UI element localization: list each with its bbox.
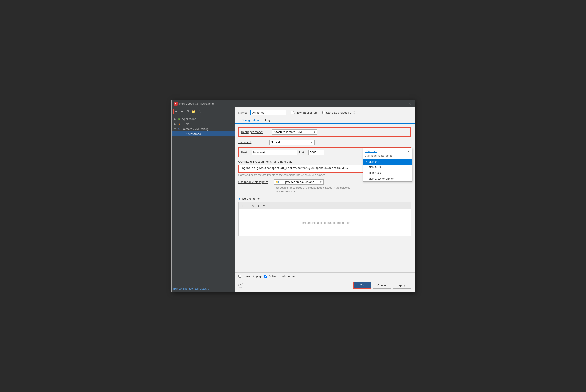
- tab-configuration[interactable]: Configuration: [238, 117, 262, 124]
- bottom-bar: Show this page Activate tool window: [235, 272, 414, 280]
- show-page-checkbox[interactable]: [238, 275, 241, 278]
- jdk-option-14[interactable]: JDK 1.4.x: [363, 170, 412, 176]
- jdk-link[interactable]: JDK 5 - 8: [365, 150, 377, 153]
- junit-icon: ◈: [178, 122, 181, 126]
- before-launch-header: ▼ Before launch: [238, 197, 411, 200]
- before-launch-down-btn[interactable]: ▼: [262, 203, 267, 208]
- tree-label-unnamed: Unnamed: [188, 132, 233, 136]
- tab-logs[interactable]: Logs: [262, 117, 275, 124]
- left-panel: + − ⧉ 📁 ⇅ ▶ ▣ Application ▶ ◈ JUnit: [172, 108, 235, 292]
- run-debug-dialog: ▶ Run/Debug Configurations ✕ + − ⧉ 📁 ⇅ ▶…: [172, 100, 415, 292]
- show-page-label[interactable]: Show this page: [243, 274, 263, 278]
- copy-config-button[interactable]: ⧉: [185, 109, 191, 114]
- name-label: Name:: [238, 111, 249, 114]
- before-launch-remove-btn[interactable]: −: [245, 203, 250, 208]
- activate-tool-label[interactable]: Activate tool window: [269, 274, 295, 278]
- debugger-mode-row: Debugger mode: Attach to remote JVM ▼: [241, 130, 408, 135]
- collapse-before-launch-icon[interactable]: ▼: [238, 197, 241, 200]
- dialog-icon: ▶: [174, 102, 178, 106]
- sort-config-button[interactable]: ⇅: [197, 109, 202, 114]
- jdk-dropdown-header: JDK 5 - 8 ▼: [363, 148, 412, 154]
- port-label: Port:: [299, 151, 307, 154]
- tree-item-junit[interactable]: ▶ ◈ JUnit: [172, 122, 235, 126]
- name-label-text: Name:: [238, 111, 247, 114]
- tree-item-application[interactable]: ▶ ▣ Application: [172, 117, 235, 122]
- store-project-label[interactable]: Store as project file: [326, 111, 351, 114]
- host-input[interactable]: [252, 150, 297, 155]
- expand-application-icon: ▶: [174, 118, 177, 120]
- activate-tool-section: Activate tool window: [264, 274, 295, 278]
- debugger-mode-section: Debugger mode: Attach to remote JVM ▼: [238, 127, 411, 137]
- show-page-section: Show this page: [238, 274, 263, 278]
- dialog-title: Run/Debug Configurations: [179, 102, 214, 105]
- edit-templates-link[interactable]: Edit configuration templates...: [174, 287, 209, 290]
- jdk-option-9[interactable]: ✓ JDK 9 c: [363, 159, 412, 164]
- cancel-button[interactable]: Cancel: [373, 282, 391, 289]
- jdk-dropdown-arrow-icon: ▼: [408, 150, 410, 152]
- module-icon: 📁: [276, 180, 279, 183]
- edit-templates-area: Edit configuration templates...: [172, 285, 235, 292]
- name-input[interactable]: [250, 110, 286, 115]
- host-label: Host:: [241, 151, 250, 154]
- remote-jvm-icon: ⬡: [178, 127, 181, 131]
- module-select[interactable]: 📁 pro05-demo-all-in-one ▼: [274, 180, 324, 185]
- remove-config-button[interactable]: −: [179, 109, 185, 114]
- unnamed-config-icon: ↩: [184, 132, 187, 136]
- store-project-section: Store as project file ⚙: [322, 111, 355, 114]
- store-gear-icon[interactable]: ⚙: [353, 111, 355, 114]
- tree-label-remote-jvm: Remote JVM Debug: [182, 127, 233, 130]
- before-launch-up-btn[interactable]: ▲: [256, 203, 261, 208]
- add-config-button[interactable]: +: [174, 109, 179, 114]
- name-row: Name: Allow parallel run Store as projec…: [235, 108, 414, 117]
- transport-arrow-icon: ▼: [311, 141, 313, 144]
- tree-item-unnamed[interactable]: ↩ Unnamed: [172, 132, 235, 136]
- tree-label-junit: JUnit: [182, 122, 233, 126]
- debugger-mode-label: Debugger mode:: [241, 130, 270, 134]
- jdk-hint-text: JVM arguments format: [363, 154, 412, 159]
- before-launch-add-btn[interactable]: +: [240, 203, 245, 208]
- store-project-checkbox[interactable]: [322, 111, 325, 114]
- title-bar: ▶ Run/Debug Configurations ✕: [172, 100, 414, 108]
- tabs-row: Configuration Logs: [235, 117, 414, 124]
- activate-tool-checkbox[interactable]: [264, 275, 267, 278]
- before-launch-section: ▼ Before launch + − ✎ ▲ ▼ There are no t…: [238, 197, 411, 236]
- tree-label-application: Application: [182, 117, 233, 121]
- dialog-body: + − ⧉ 📁 ⇅ ▶ ▣ Application ▶ ◈ JUnit: [172, 108, 414, 292]
- application-icon: ▣: [178, 117, 181, 121]
- allow-parallel-checkbox[interactable]: [291, 111, 294, 114]
- no-tasks-text: There are no tasks to run before launch: [299, 221, 350, 224]
- jdk-option-5-8[interactable]: JDK 5 - 8: [363, 164, 412, 170]
- jdk-option-13[interactable]: JDK 1.3.x or earlier: [363, 176, 412, 182]
- config-toolbar: + − ⧉ 📁 ⇅: [172, 108, 235, 116]
- module-classpath-label: Use module classpath:: [238, 180, 272, 184]
- expand-remote-jvm-icon: ▼: [174, 128, 177, 130]
- close-button[interactable]: ✕: [408, 102, 412, 106]
- action-buttons: ? OK Cancel Apply: [235, 280, 414, 292]
- before-launch-box: There are no tasks to run before launch: [238, 209, 411, 236]
- help-button[interactable]: ?: [238, 283, 243, 288]
- debugger-mode-arrow-icon: ▼: [313, 131, 316, 133]
- module-hint: First search for sources of the debugged…: [274, 186, 411, 194]
- transport-label: Transport:: [238, 140, 268, 144]
- jdk9-check-icon: ✓: [365, 160, 369, 163]
- expand-junit-icon: ▶: [174, 123, 177, 125]
- title-bar-left: ▶ Run/Debug Configurations: [174, 102, 214, 106]
- transport-select[interactable]: Socket ▼: [269, 140, 315, 145]
- jdk-dropdown-popup: JDK 5 - 8 ▼ JVM arguments format ✓ JDK 9…: [363, 148, 412, 182]
- ok-button[interactable]: OK: [353, 282, 371, 289]
- port-input[interactable]: [308, 150, 324, 155]
- parallel-run-section: Allow parallel run: [291, 111, 317, 114]
- config-content: Debugger mode: Attach to remote JVM ▼ Tr…: [235, 124, 414, 272]
- config-tree: ▶ ▣ Application ▶ ◈ JUnit ▼ ⬡ Remote JVM…: [172, 116, 235, 285]
- transport-row: Transport: Socket ▼: [238, 140, 411, 145]
- right-panel: Name: Allow parallel run Store as projec…: [235, 108, 414, 292]
- apply-button[interactable]: Apply: [393, 282, 411, 289]
- debugger-mode-select[interactable]: Attach to remote JVM ▼: [272, 130, 317, 135]
- tree-item-remote-jvm[interactable]: ▼ ⬡ Remote JVM Debug: [172, 126, 235, 132]
- module-arrow-icon: ▼: [320, 181, 322, 183]
- before-launch-title: Before launch: [242, 197, 260, 200]
- before-launch-edit-btn[interactable]: ✎: [251, 203, 256, 208]
- allow-parallel-label[interactable]: Allow parallel run: [295, 111, 317, 114]
- before-launch-toolbar: + − ✎ ▲ ▼: [238, 202, 411, 209]
- folder-config-button[interactable]: 📁: [191, 109, 197, 114]
